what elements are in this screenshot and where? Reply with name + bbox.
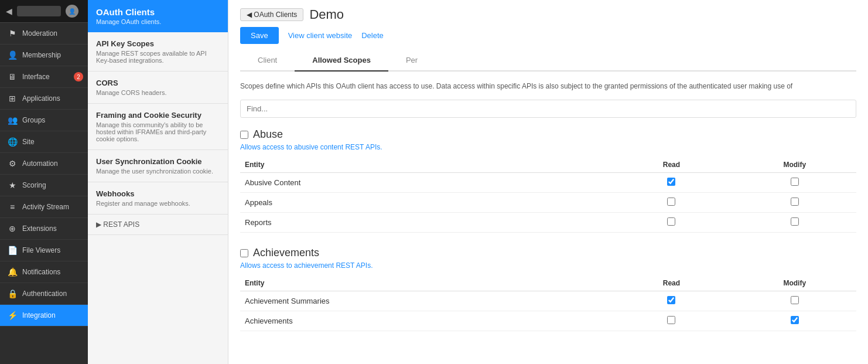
middle-header: OAuth Clients Manage OAuth clients. [88,0,228,32]
activity-stream-icon: ≡ [7,202,18,212]
page-title: Demo [309,7,344,22]
modify-checkbox[interactable] [791,178,799,186]
abuse-section-desc: Allows access to abusive content REST AP… [240,143,856,151]
breadcrumb-back-button[interactable]: ◀ OAuth Clients [240,8,303,21]
entity-name: Achievement Summaries [240,291,610,311]
read-cell[interactable] [610,173,733,193]
achievements-section-checkbox[interactable] [240,249,248,257]
table-row: Achievements [240,311,856,331]
sidebar-item-authentication[interactable]: 🔒 Authentication [0,283,88,305]
modify-checkbox[interactable] [791,198,799,206]
abuse-section-header: Abuse [240,128,856,141]
moderation-icon: ⚑ [7,29,18,38]
achievements-col-entity: Entity [240,275,610,291]
read-checkbox[interactable] [667,198,675,206]
middle-subtitle: Manage OAuth clients. [96,18,220,25]
sidebar-item-site[interactable]: 🌐 Site [0,131,88,153]
section-title: API Key Scopes [96,39,220,48]
modify-checkbox[interactable] [791,296,799,304]
action-row: Save View client website Delete [240,27,856,44]
sidebar-item-automation[interactable]: ⚙ Automation [0,153,88,175]
site-icon: 🌐 [7,137,18,147]
scoring-icon: ★ [7,181,18,190]
groups-icon: 👥 [7,115,18,125]
sidebar-item-integration[interactable]: ⚡ Integration [0,305,88,326]
achievements-table: Entity Read Modify Achievement Summaries [240,275,856,331]
scopes-body: Scopes define which APIs this OAuth clie… [228,72,868,355]
sidebar-header: ◀ 👤 [0,0,88,23]
section-title: Framing and Cookie Security [96,111,220,120]
read-cell[interactable] [610,311,733,331]
modify-cell[interactable] [733,213,856,233]
modify-checkbox[interactable] [791,217,799,226]
achievements-section-header: Achievements [240,247,856,259]
find-input[interactable] [240,100,856,118]
sidebar-item-interface[interactable]: 🖥 Interface 2 [0,66,88,88]
sidebar-item-label: Membership [22,51,61,59]
sidebar-item-applications[interactable]: ⊞ Applications [0,88,88,110]
sidebar-item-label: Applications [22,94,60,103]
abuse-section-checkbox[interactable] [240,131,248,139]
sidebar-search-input[interactable] [17,6,61,16]
read-checkbox[interactable] [667,217,675,226]
section-desc: Manage this community's ability to be ho… [96,121,220,142]
achievements-section-desc: Allows access to achievement REST APIs. [240,261,856,270]
read-cell[interactable] [610,213,733,233]
read-cell[interactable] [610,193,733,213]
abuse-col-modify: Modify [733,157,856,173]
membership-icon: 👤 [7,50,18,60]
read-checkbox[interactable] [667,316,675,324]
tab-permissions[interactable]: Per [388,50,435,72]
middle-title: OAuth Clients [96,7,220,17]
middle-section-api-key-scopes[interactable]: API Key Scopes Manage REST scopes availa… [88,32,228,72]
sidebar-item-file-viewers[interactable]: 📄 File Viewers [0,240,88,261]
rest-api-toggle[interactable]: ▶ REST APIS [88,215,228,235]
middle-section-cors[interactable]: CORS Manage CORS headers. [88,72,228,104]
abuse-table: Entity Read Modify Abusive Content Appea… [240,157,856,233]
sidebar-item-groups[interactable]: 👥 Groups [0,110,88,131]
entity-name: Achievements [240,311,610,331]
modify-cell[interactable] [733,173,856,193]
save-button[interactable]: Save [240,27,279,44]
middle-section-user-sync-cookie[interactable]: User Synchronization Cookie Manage the u… [88,150,228,182]
section-title: Webhooks [96,189,220,198]
applications-icon: ⊞ [7,94,18,103]
middle-section-webhooks[interactable]: Webhooks Register and manage webhooks. [88,182,228,215]
sidebar-item-extensions[interactable]: ⊕ Extensions [0,218,88,240]
integration-icon: ⚡ [7,311,18,320]
sidebar-item-scoring[interactable]: ★ Scoring [0,175,88,196]
modify-checkbox[interactable] [791,316,799,324]
view-website-button[interactable]: View client website [288,31,353,40]
sidebar-item-label: Automation [22,159,58,168]
entity-name: Reports [240,213,610,233]
achievements-col-read: Read [610,275,733,291]
scope-section-achievements: Achievements Allows access to achievemen… [240,247,856,331]
sidebar-item-label: Extensions [22,224,57,233]
abuse-section-title: Abuse [253,128,283,141]
sidebar-item-label: Activity Stream [22,203,69,211]
middle-section-framing-cookie[interactable]: Framing and Cookie Security Manage this … [88,104,228,150]
sidebar-item-membership[interactable]: 👤 Membership [0,45,88,66]
automation-icon: ⚙ [7,159,18,168]
modify-cell[interactable] [733,311,856,331]
delete-button[interactable]: Delete [361,31,384,40]
read-checkbox[interactable] [667,296,675,304]
modify-cell[interactable] [733,291,856,311]
sidebar-item-label: Moderation [22,29,57,38]
modify-cell[interactable] [733,193,856,213]
table-row: Achievement Summaries [240,291,856,311]
entity-name: Abusive Content [240,173,610,193]
section-title: User Synchronization Cookie [96,157,220,166]
tab-client[interactable]: Client [240,50,295,72]
sidebar-item-notifications[interactable]: 🔔 Notifications [0,261,88,283]
sidebar-back-icon[interactable]: ◀ [6,6,12,16]
sidebar-item-label: Site [22,138,35,146]
sidebar-item-moderation[interactable]: ⚑ Moderation [0,23,88,45]
sidebar-item-activity-stream[interactable]: ≡ Activity Stream [0,196,88,218]
tabs-row: Client Allowed Scopes Per [240,50,856,72]
tab-allowed-scopes[interactable]: Allowed Scopes [295,50,388,72]
rest-api-label: ▶ REST APIS [96,220,139,229]
sidebar-item-label: Integration [22,311,56,319]
read-checkbox[interactable] [667,178,675,186]
read-cell[interactable] [610,291,733,311]
